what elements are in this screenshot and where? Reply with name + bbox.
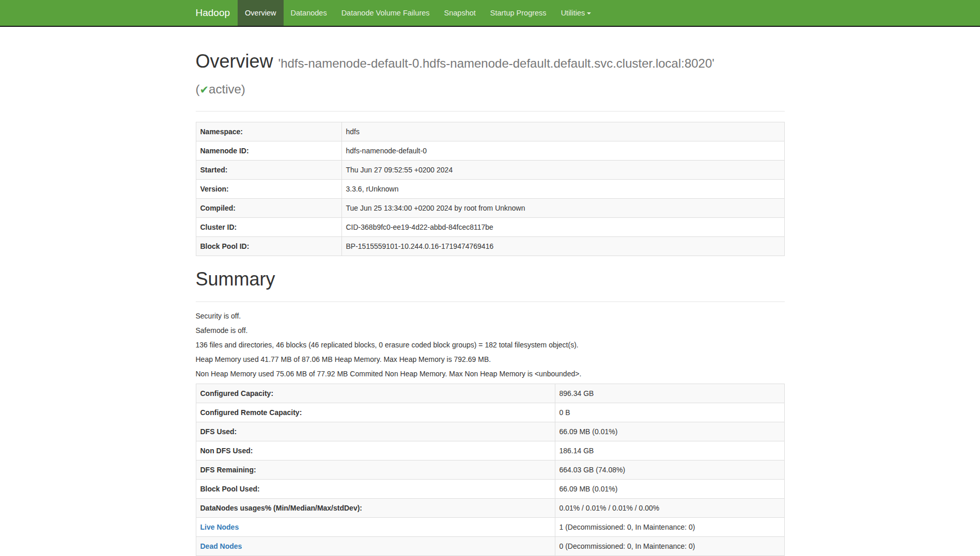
table-row: Block Pool Used: 66.09 MB (0.01%) [196,480,784,499]
row-value: 66.09 MB (0.01%) [555,480,784,499]
state-label: active [209,82,241,96]
table-row: DataNodes usages% (Min/Median/Max/stdDev… [196,499,784,518]
row-value: 3.3.6, rUnknown [341,179,784,198]
row-value: BP-1515559101-10.244.0.16-1719474769416 [341,236,784,256]
live-nodes-link[interactable]: Live Nodes [200,523,239,531]
state-paren-open: ( [196,82,200,96]
summary-filesystem-objects: 136 files and directories, 46 blocks (46… [196,340,785,351]
row-label: Cluster ID: [196,217,341,236]
nav-tab-datanodes[interactable]: Datanodes [284,0,334,26]
row-value: 664.03 GB (74.08%) [555,460,784,480]
row-label: Dead Nodes [196,537,555,556]
row-value: hdfs [341,122,784,141]
row-value: 66.09 MB (0.01%) [555,422,784,441]
dead-nodes-link[interactable]: Dead Nodes [200,542,242,550]
row-label: Started: [196,160,341,179]
summary-heap-memory: Heap Memory used 41.77 MB of 87.06 MB He… [196,355,785,365]
title-divider [196,111,785,112]
row-value: Thu Jun 27 09:52:55 +0200 2024 [341,160,784,179]
row-label: Configured Capacity: [196,384,555,403]
namenode-info-table: Namespace: hdfs Namenode ID: hdfs-nameno… [196,122,785,256]
table-row: Dead Nodes 0 (Decommissioned: 0, In Main… [196,537,784,556]
summary-divider [196,301,785,302]
nav-tab-overview[interactable]: Overview [238,0,283,26]
table-row: Configured Remote Capacity: 0 B [196,403,784,422]
table-row: Live Nodes 1 (Decommissioned: 0, In Main… [196,518,784,537]
row-label: Live Nodes [196,518,555,537]
row-label: Configured Remote Capacity: [196,403,555,422]
page-title-text: Overview [196,51,273,72]
table-row: Namenode ID: hdfs-namenode-default-0 [196,141,784,160]
row-label: Compiled: [196,198,341,217]
table-row: DFS Used: 66.09 MB (0.01%) [196,422,784,441]
namenode-state: (✔active) [196,82,245,96]
table-row: Started: Thu Jun 27 09:52:55 +0200 2024 [196,160,784,179]
table-row: Compiled: Tue Jun 25 13:34:00 +0200 2024… [196,198,784,217]
summary-table: Configured Capacity: 896.34 GB Configure… [196,384,785,556]
row-label: Namespace: [196,122,341,141]
nav-dropdown-utilities-label: Utilities [561,9,585,17]
summary-non-heap-memory: Non Heap Memory used 75.06 MB of 77.92 M… [196,369,785,379]
table-row: DFS Remaining: 664.03 GB (74.08%) [196,460,784,480]
state-paren-close: ) [241,82,245,96]
table-row: Non DFS Used: 186.14 GB [196,441,784,460]
top-navbar: Hadoop Overview Datanodes Datanode Volum… [0,0,980,27]
row-value: Tue Jun 25 13:34:00 +0200 2024 by root f… [341,198,784,217]
row-value: CID-368b9fc0-ee19-4d22-abbd-84fcec8117be [341,217,784,236]
row-value: 1 (Decommissioned: 0, In Maintenance: 0) [555,518,784,537]
table-row: Configured Capacity: 896.34 GB [196,384,784,403]
nav-tab-startup-progress[interactable]: Startup Progress [483,0,554,26]
row-value: 0.01% / 0.01% / 0.01% / 0.00% [555,499,784,518]
table-row: Namespace: hdfs [196,122,784,141]
table-row: Version: 3.3.6, rUnknown [196,179,784,198]
row-label: Namenode ID: [196,141,341,160]
summary-title: Summary [196,266,785,292]
row-label: DFS Used: [196,422,555,441]
row-value: 0 (Decommissioned: 0, In Maintenance: 0) [555,537,784,556]
row-value: hdfs-namenode-default-0 [341,141,784,160]
brand-hadoop[interactable]: Hadoop [196,0,238,26]
nav-tab-snapshot[interactable]: Snapshot [437,0,483,26]
row-label: Block Pool Used: [196,480,555,499]
row-label: Block Pool ID: [196,236,341,256]
row-value: 896.34 GB [555,384,784,403]
row-label: DataNodes usages% (Min/Median/Max/stdDev… [196,499,555,518]
nav-tab-datanode-volume-failures[interactable]: Datanode Volume Failures [334,0,437,26]
active-check-icon: ✔ [200,84,209,96]
nav-dropdown-utilities[interactable]: Utilities [554,0,599,26]
summary-safemode-status: Safemode is off. [196,326,785,336]
table-row: Cluster ID: CID-368b9fc0-ee19-4d22-abbd-… [196,217,784,236]
navbar-menu: Overview Datanodes Datanode Volume Failu… [238,0,598,26]
row-label: Version: [196,179,341,198]
namenode-host: 'hdfs-namenode-default-0.hdfs-namenode-d… [196,56,714,96]
summary-security-status: Security is off. [196,311,785,322]
row-value: 186.14 GB [555,441,784,460]
page-title: Overview 'hdfs-namenode-default-0.hdfs-n… [196,49,785,101]
row-label: DFS Remaining: [196,460,555,480]
namenode-host-text: 'hdfs-namenode-default-0.hdfs-namenode-d… [278,56,714,70]
row-label: Non DFS Used: [196,441,555,460]
caret-down-icon [587,12,591,14]
table-row: Block Pool ID: BP-1515559101-10.244.0.16… [196,236,784,256]
row-value: 0 B [555,403,784,422]
